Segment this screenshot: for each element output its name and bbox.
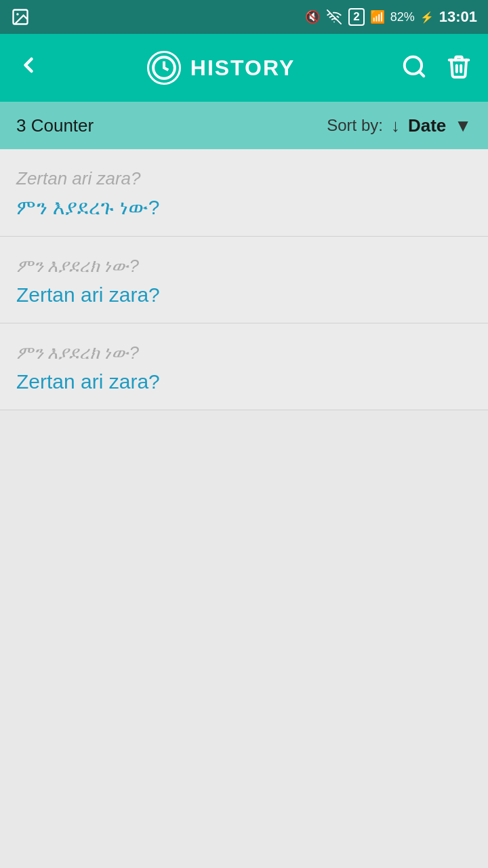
app-bar-title: HISTORY: [190, 56, 295, 81]
history-item-question: Zertan ari zara?: [16, 168, 472, 189]
delete-button[interactable]: [446, 54, 472, 82]
list-item[interactable]: Zertan ari zara? ምን እያደረጉ ነው?: [0, 149, 488, 237]
svg-point-1: [16, 13, 19, 16]
sort-controls[interactable]: Sort by: ↓ Date ▼: [327, 115, 472, 136]
sort-field-label: Date: [408, 115, 446, 136]
list-item[interactable]: ምን እያደረክ ነው? Zertan ari zara?: [0, 237, 488, 323]
status-bar-right: 🔇 2 📶 82% ⚡ 13:01: [305, 8, 477, 26]
battery-label: 82%: [390, 10, 415, 24]
app-bar-title-group: HISTORY: [147, 51, 295, 85]
app-bar: HISTORY: [0, 34, 488, 102]
search-button[interactable]: [401, 54, 427, 82]
history-list: Zertan ari zara? ምን እያደረጉ ነው? ምን እያደረክ ነ…: [0, 149, 488, 410]
badge-number: 2: [348, 8, 364, 26]
history-item-question: ምን እያደረክ ነው?: [16, 256, 472, 277]
signal-icon: 📶: [370, 9, 385, 24]
image-icon: [11, 7, 30, 26]
sort-dropdown-icon[interactable]: ▼: [454, 115, 472, 136]
counter-label: 3 Counter: [16, 115, 94, 136]
history-item-answer: Zertan ari zara?: [16, 370, 472, 393]
svg-line-4: [419, 71, 424, 76]
sort-by-label: Sort by:: [327, 116, 383, 135]
list-item[interactable]: ምን እያደረክ ነው? Zertan ari zara?: [0, 323, 488, 410]
back-button[interactable]: [16, 53, 41, 83]
mute-icon: 🔇: [305, 9, 320, 24]
wifi-icon: [325, 9, 343, 24]
status-bar: 🔇 2 📶 82% ⚡ 13:01: [0, 0, 488, 34]
app-bar-action-icons: [401, 54, 472, 82]
history-item-answer: Zertan ari zara?: [16, 283, 472, 307]
sort-bar: 3 Counter Sort by: ↓ Date ▼: [0, 102, 488, 149]
sort-direction-icon[interactable]: ↓: [391, 115, 400, 136]
charging-icon: ⚡: [420, 11, 434, 24]
history-item-question: ምን እያደረክ ነው?: [16, 342, 472, 363]
status-time: 13:01: [439, 8, 477, 26]
status-bar-left: [11, 7, 30, 26]
history-item-answer: ምን እያደረጉ ነው?: [16, 196, 472, 220]
clock-icon: [147, 51, 181, 85]
